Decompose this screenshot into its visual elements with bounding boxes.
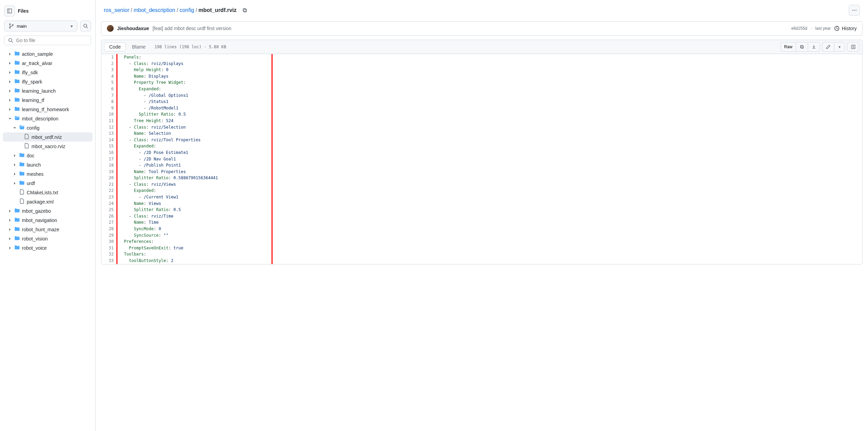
line-number[interactable]: 15 (101, 143, 118, 149)
line-number[interactable]: 2 (101, 61, 118, 67)
code-line[interactable]: Panels: (118, 54, 862, 61)
collapse-sidebar-button[interactable] (4, 5, 15, 16)
code-line[interactable]: - Class: rviz/Views (118, 181, 862, 188)
line-number[interactable]: 25 (101, 207, 118, 213)
line-number[interactable]: 11 (101, 118, 118, 124)
line-number[interactable]: 7 (101, 92, 118, 99)
line-number[interactable]: 4 (101, 73, 118, 80)
line-number[interactable]: 20 (101, 175, 118, 181)
tree-folder[interactable]: mbot_navigation (3, 216, 92, 225)
code-line[interactable]: - /Publish Point1 (118, 162, 862, 169)
line-number[interactable]: 31 (101, 245, 118, 251)
line-number[interactable]: 3 (101, 67, 118, 73)
line-number[interactable]: 33 (101, 258, 118, 264)
code-line[interactable]: - Class: rviz/Displays (118, 61, 862, 67)
copy-path-button[interactable] (239, 5, 250, 16)
code-line[interactable]: - /2D Pose Estimate1 (118, 149, 862, 156)
line-number[interactable]: 24 (101, 200, 118, 207)
tree-file[interactable]: mbot_xacro.rviz (3, 142, 92, 151)
code-line[interactable]: Name: Views (118, 200, 862, 207)
raw-button[interactable]: Raw (780, 42, 796, 52)
tree-folder[interactable]: learning_launch (3, 86, 92, 95)
line-number[interactable]: 13 (101, 130, 118, 137)
code-line[interactable]: - Class: rviz/Time (118, 213, 862, 220)
line-number[interactable]: 5 (101, 79, 118, 86)
line-number[interactable]: 30 (101, 238, 118, 245)
breadcrumb-segment[interactable]: mbot_description (134, 7, 175, 13)
code-line[interactable]: Splitter Ratio: 0.5 (118, 207, 862, 213)
code-line[interactable]: Splitter Ratio: 0.5 (118, 111, 862, 118)
tree-folder[interactable]: learning_tf (3, 95, 92, 105)
tree-file[interactable]: CMakeLists.txt (3, 188, 92, 197)
breadcrumb-segment[interactable]: config (179, 7, 194, 13)
tree-folder[interactable]: learning_tf_homework (3, 105, 92, 114)
tree-folder[interactable]: action_sample (3, 49, 92, 58)
line-number[interactable]: 21 (101, 181, 118, 188)
commit-sha[interactable]: e6d255d (791, 26, 807, 31)
line-number[interactable]: 12 (101, 124, 118, 131)
code-line[interactable]: Property Tree Widget: (118, 79, 862, 86)
branch-select[interactable]: main ▾ (4, 21, 77, 31)
code-line[interactable]: Name: Displays (118, 73, 862, 80)
code-line[interactable]: - /Current View1 (118, 194, 862, 200)
tree-folder[interactable]: doc (3, 151, 92, 160)
line-number[interactable]: 17 (101, 156, 118, 162)
breadcrumb-segment[interactable]: ros_senior (104, 7, 129, 13)
code-line[interactable]: Name: Tool Properties (118, 169, 862, 175)
line-number[interactable]: 14 (101, 137, 118, 143)
tree-folder[interactable]: ar_track_alvar (3, 58, 92, 68)
search-tree-button[interactable] (80, 21, 91, 31)
download-button[interactable] (808, 42, 820, 52)
code-line[interactable]: - /Status1 (118, 99, 862, 105)
commit-message[interactable]: [feat] add mbot desc urdf first version (152, 26, 231, 31)
tree-file[interactable]: mbot_urdf.rviz (3, 132, 92, 142)
copy-raw-button[interactable] (796, 42, 808, 52)
go-to-file-input[interactable] (4, 36, 91, 45)
tree-folder[interactable]: ifly_sdk (3, 68, 92, 77)
commit-author[interactable]: Jieshoudaxue (117, 26, 149, 31)
history-button[interactable]: History (834, 26, 857, 31)
code-line[interactable]: Expanded: (118, 143, 862, 149)
line-number[interactable]: 27 (101, 219, 118, 226)
code-line[interactable]: - Class: rviz/Tool Properties (118, 137, 862, 143)
tree-file[interactable]: package.xml (3, 197, 92, 206)
line-number[interactable]: 22 (101, 187, 118, 194)
line-number[interactable]: 10 (101, 111, 118, 118)
code-line[interactable]: - /Global Options1 (118, 92, 862, 99)
symbols-button[interactable] (847, 42, 859, 52)
tree-folder[interactable]: mbot_description (3, 114, 92, 123)
code-line[interactable]: Splitter Ratio: 0.5886790156364441 (118, 175, 862, 181)
code-line[interactable]: - /2D Nav Goal1 (118, 156, 862, 162)
code-line[interactable]: Name: Time (118, 219, 862, 226)
line-number[interactable]: 8 (101, 99, 118, 105)
line-number[interactable]: 23 (101, 194, 118, 200)
edit-button[interactable] (822, 42, 834, 52)
line-number[interactable]: 18 (101, 162, 118, 169)
tree-folder[interactable]: robot_vision (3, 234, 92, 243)
code-tab[interactable]: Code (104, 42, 126, 51)
code-line[interactable]: toolButtonStyle: 2 (118, 258, 862, 264)
tree-folder[interactable]: ifly_spark (3, 77, 92, 86)
code-line[interactable]: SyncSource: "" (118, 232, 862, 239)
line-number[interactable]: 29 (101, 232, 118, 239)
tree-folder[interactable]: config (3, 123, 92, 132)
code-line[interactable]: Tree Height: 524 (118, 118, 862, 124)
tree-folder[interactable]: launch (3, 160, 92, 169)
more-options-button[interactable] (849, 5, 860, 16)
line-number[interactable]: 19 (101, 169, 118, 175)
code-line[interactable]: PromptSaveOnExit: true (118, 245, 862, 251)
tree-folder[interactable]: meshes (3, 169, 92, 179)
tree-folder[interactable]: robot_voice (3, 243, 92, 252)
code-line[interactable]: SyncMode: 0 (118, 226, 862, 232)
line-number[interactable]: 32 (101, 251, 118, 258)
code-line[interactable]: Toolbars: (118, 251, 862, 258)
go-to-file-field[interactable] (16, 38, 87, 43)
blame-tab[interactable]: Blame (127, 43, 150, 51)
line-number[interactable]: 9 (101, 105, 118, 112)
line-number[interactable]: 6 (101, 86, 118, 92)
code-line[interactable]: Expanded: (118, 187, 862, 194)
tree-folder[interactable]: mbot_gazebo (3, 206, 92, 216)
code-line[interactable]: - Class: rviz/Selection (118, 124, 862, 131)
code-line[interactable]: Preferences: (118, 238, 862, 245)
line-number[interactable]: 1 (101, 54, 118, 61)
